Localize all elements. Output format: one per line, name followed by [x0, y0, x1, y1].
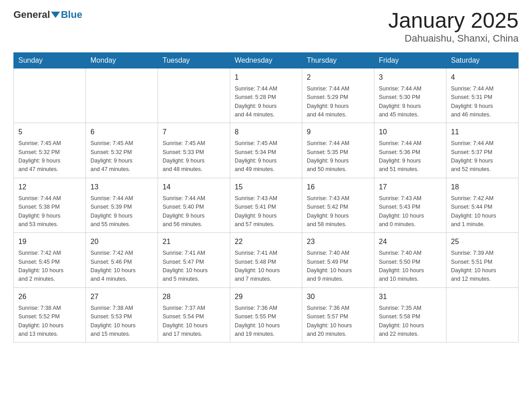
- calendar-cell: 24Sunrise: 7:40 AM Sunset: 5:50 PM Dayli…: [374, 233, 446, 288]
- calendar-cell: [446, 287, 519, 342]
- calendar-cell: 27Sunrise: 7:38 AM Sunset: 5:53 PM Dayli…: [86, 287, 158, 342]
- day-number: 29: [235, 291, 297, 302]
- calendar-cell: 4Sunrise: 7:44 AM Sunset: 5:31 PM Daylig…: [446, 68, 519, 123]
- calendar-cell: 25Sunrise: 7:39 AM Sunset: 5:51 PM Dayli…: [446, 233, 519, 288]
- day-info: Sunrise: 7:44 AM Sunset: 5:31 PM Dayligh…: [451, 85, 514, 120]
- calendar-cell: 20Sunrise: 7:42 AM Sunset: 5:46 PM Dayli…: [86, 233, 158, 288]
- day-number: 9: [307, 127, 369, 137]
- day-info: Sunrise: 7:38 AM Sunset: 5:53 PM Dayligh…: [90, 304, 153, 339]
- calendar-week-row: 5Sunrise: 7:45 AM Sunset: 5:32 PM Daylig…: [14, 123, 519, 178]
- calendar-cell: [14, 68, 86, 123]
- calendar-cell: 21Sunrise: 7:41 AM Sunset: 5:47 PM Dayli…: [158, 233, 230, 288]
- calendar-table: SundayMondayTuesdayWednesdayThursdayFrid…: [13, 52, 519, 343]
- day-number: 3: [379, 72, 442, 83]
- day-info: Sunrise: 7:45 AM Sunset: 5:32 PM Dayligh…: [90, 139, 153, 174]
- calendar-header-friday: Friday: [374, 52, 446, 68]
- calendar-cell: 5Sunrise: 7:45 AM Sunset: 5:32 PM Daylig…: [14, 123, 86, 178]
- day-info: Sunrise: 7:45 AM Sunset: 5:34 PM Dayligh…: [235, 139, 297, 174]
- calendar-header-wednesday: Wednesday: [230, 52, 302, 68]
- day-info: Sunrise: 7:44 AM Sunset: 5:35 PM Dayligh…: [307, 139, 369, 174]
- calendar-cell: 30Sunrise: 7:36 AM Sunset: 5:57 PM Dayli…: [302, 287, 374, 342]
- day-number: 16: [307, 182, 369, 193]
- day-number: 13: [90, 182, 153, 193]
- calendar-cell: 12Sunrise: 7:44 AM Sunset: 5:38 PM Dayli…: [14, 178, 86, 233]
- day-number: 6: [90, 127, 153, 137]
- day-number: 19: [18, 236, 81, 247]
- calendar-cell: 13Sunrise: 7:44 AM Sunset: 5:39 PM Dayli…: [86, 178, 158, 233]
- calendar-header-saturday: Saturday: [446, 52, 519, 68]
- day-number: 15: [235, 182, 297, 193]
- calendar-cell: 22Sunrise: 7:41 AM Sunset: 5:48 PM Dayli…: [230, 233, 302, 288]
- day-info: Sunrise: 7:44 AM Sunset: 5:36 PM Dayligh…: [379, 139, 442, 174]
- day-info: Sunrise: 7:37 AM Sunset: 5:54 PM Dayligh…: [163, 304, 225, 339]
- location-title: Dahuaishu, Shanxi, China: [388, 33, 519, 44]
- day-info: Sunrise: 7:42 AM Sunset: 5:45 PM Dayligh…: [18, 249, 81, 284]
- day-info: Sunrise: 7:40 AM Sunset: 5:50 PM Dayligh…: [379, 249, 442, 284]
- calendar-cell: 10Sunrise: 7:44 AM Sunset: 5:36 PM Dayli…: [374, 123, 446, 178]
- calendar-cell: [158, 68, 230, 123]
- day-number: 2: [307, 72, 369, 83]
- calendar-cell: 26Sunrise: 7:38 AM Sunset: 5:52 PM Dayli…: [14, 287, 86, 342]
- day-number: 28: [163, 291, 225, 302]
- logo-arrow-icon: [51, 12, 60, 18]
- day-number: 20: [90, 236, 153, 247]
- day-number: 11: [451, 127, 514, 137]
- calendar-header-thursday: Thursday: [302, 52, 374, 68]
- day-number: 31: [379, 291, 442, 302]
- day-info: Sunrise: 7:40 AM Sunset: 5:49 PM Dayligh…: [307, 249, 369, 284]
- calendar-cell: 16Sunrise: 7:43 AM Sunset: 5:42 PM Dayli…: [302, 178, 374, 233]
- calendar-header-monday: Monday: [86, 52, 158, 68]
- day-number: 22: [235, 236, 297, 247]
- calendar-cell: 2Sunrise: 7:44 AM Sunset: 5:29 PM Daylig…: [302, 68, 374, 123]
- calendar-cell: 23Sunrise: 7:40 AM Sunset: 5:49 PM Dayli…: [302, 233, 374, 288]
- day-number: 10: [379, 127, 442, 137]
- day-info: Sunrise: 7:38 AM Sunset: 5:52 PM Dayligh…: [18, 304, 81, 339]
- calendar-cell: 29Sunrise: 7:36 AM Sunset: 5:55 PM Dayli…: [230, 287, 302, 342]
- day-info: Sunrise: 7:44 AM Sunset: 5:38 PM Dayligh…: [18, 194, 81, 229]
- day-number: 7: [163, 127, 225, 137]
- calendar-week-row: 26Sunrise: 7:38 AM Sunset: 5:52 PM Dayli…: [14, 287, 519, 342]
- title-block: January 2025 Dahuaishu, Shanxi, China: [388, 9, 519, 44]
- day-info: Sunrise: 7:44 AM Sunset: 5:37 PM Dayligh…: [451, 139, 514, 174]
- calendar-cell: [86, 68, 158, 123]
- day-info: Sunrise: 7:44 AM Sunset: 5:40 PM Dayligh…: [163, 194, 225, 229]
- calendar-cell: 7Sunrise: 7:45 AM Sunset: 5:33 PM Daylig…: [158, 123, 230, 178]
- day-info: Sunrise: 7:39 AM Sunset: 5:51 PM Dayligh…: [451, 249, 514, 284]
- calendar-cell: 15Sunrise: 7:43 AM Sunset: 5:41 PM Dayli…: [230, 178, 302, 233]
- calendar-header-tuesday: Tuesday: [158, 52, 230, 68]
- calendar-cell: 28Sunrise: 7:37 AM Sunset: 5:54 PM Dayli…: [158, 287, 230, 342]
- day-number: 23: [307, 236, 369, 247]
- day-number: 26: [18, 291, 81, 302]
- day-number: 18: [451, 182, 514, 193]
- calendar-cell: 18Sunrise: 7:42 AM Sunset: 5:44 PM Dayli…: [446, 178, 519, 233]
- day-number: 12: [18, 182, 81, 193]
- day-number: 5: [18, 127, 81, 137]
- day-info: Sunrise: 7:44 AM Sunset: 5:39 PM Dayligh…: [90, 194, 153, 229]
- day-number: 14: [163, 182, 225, 193]
- day-info: Sunrise: 7:41 AM Sunset: 5:48 PM Dayligh…: [235, 249, 297, 284]
- logo-blue-text: Blue: [61, 9, 82, 21]
- day-info: Sunrise: 7:45 AM Sunset: 5:32 PM Dayligh…: [18, 139, 81, 174]
- calendar-cell: 9Sunrise: 7:44 AM Sunset: 5:35 PM Daylig…: [302, 123, 374, 178]
- calendar-cell: 14Sunrise: 7:44 AM Sunset: 5:40 PM Dayli…: [158, 178, 230, 233]
- calendar-header-row: SundayMondayTuesdayWednesdayThursdayFrid…: [14, 52, 519, 68]
- day-number: 25: [451, 236, 514, 247]
- calendar-cell: 8Sunrise: 7:45 AM Sunset: 5:34 PM Daylig…: [230, 123, 302, 178]
- day-number: 30: [307, 291, 369, 302]
- calendar-cell: 17Sunrise: 7:43 AM Sunset: 5:43 PM Dayli…: [374, 178, 446, 233]
- day-number: 4: [451, 72, 514, 83]
- day-number: 24: [379, 236, 442, 247]
- day-number: 8: [235, 127, 297, 137]
- logo-general-text: General: [13, 9, 50, 21]
- calendar-cell: 19Sunrise: 7:42 AM Sunset: 5:45 PM Dayli…: [14, 233, 86, 288]
- calendar-week-row: 12Sunrise: 7:44 AM Sunset: 5:38 PM Dayli…: [14, 178, 519, 233]
- calendar-header-sunday: Sunday: [14, 52, 86, 68]
- calendar-week-row: 19Sunrise: 7:42 AM Sunset: 5:45 PM Dayli…: [14, 233, 519, 288]
- day-number: 17: [379, 182, 442, 193]
- day-info: Sunrise: 7:42 AM Sunset: 5:44 PM Dayligh…: [451, 194, 514, 229]
- day-info: Sunrise: 7:44 AM Sunset: 5:30 PM Dayligh…: [379, 85, 442, 120]
- day-info: Sunrise: 7:43 AM Sunset: 5:41 PM Dayligh…: [235, 194, 297, 229]
- calendar-week-row: 1Sunrise: 7:44 AM Sunset: 5:28 PM Daylig…: [14, 68, 519, 123]
- day-info: Sunrise: 7:35 AM Sunset: 5:58 PM Dayligh…: [379, 304, 442, 339]
- day-info: Sunrise: 7:44 AM Sunset: 5:28 PM Dayligh…: [235, 85, 297, 120]
